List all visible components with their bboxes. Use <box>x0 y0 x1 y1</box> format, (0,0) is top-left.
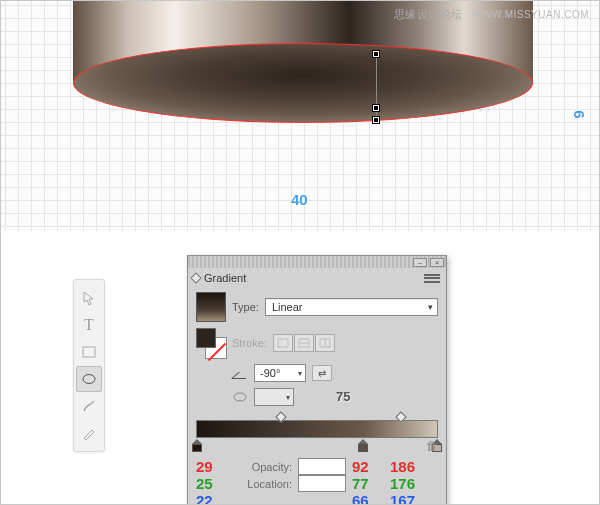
stroke-label: Stroke: <box>232 337 267 349</box>
gradient-panel: – × Gradient Type: Linear ▾ Stroke: <box>187 255 447 505</box>
stop2-g: 77 <box>352 475 384 492</box>
dimension-width-label: 40 <box>291 191 308 208</box>
cylinder-shape[interactable] <box>73 0 533 151</box>
collapse-button[interactable]: – <box>413 258 427 267</box>
panel-titlebar[interactable]: – × <box>188 256 446 268</box>
svg-rect-2 <box>278 339 288 347</box>
anchor-point[interactable] <box>373 51 379 57</box>
reverse-gradient-button[interactable]: ⇄ <box>312 365 332 381</box>
ellipse-tool[interactable] <box>76 366 102 392</box>
angle-input[interactable]: -90° ▾ <box>254 364 306 382</box>
delete-stop-icon[interactable]: 🗑 <box>425 439 439 453</box>
canvas-grid[interactable]: 40 6 思缘设计论坛 WWW.MISSYUAN.COM <box>1 1 600 231</box>
watermark-cn: 思缘设计论坛 <box>394 8 463 20</box>
pencil-tool[interactable] <box>76 420 102 446</box>
opacity-stop[interactable] <box>395 411 406 422</box>
aspect-ratio-annotation: 75 <box>336 389 350 404</box>
gradient-type-select[interactable]: Linear ▾ <box>265 298 438 316</box>
tools-panel: T <box>73 279 105 452</box>
cylinder-bottom-ellipse[interactable] <box>73 43 533 123</box>
dropdown-arrow-icon: ▾ <box>286 393 290 402</box>
opacity-stop[interactable] <box>275 411 286 422</box>
color-stop[interactable] <box>192 439 202 451</box>
dropdown-arrow-icon: ▾ <box>298 369 302 378</box>
stop3-r: 186 <box>390 458 422 475</box>
anchor-point[interactable] <box>373 117 379 123</box>
stop1-b: 22 <box>196 492 224 505</box>
gradient-type-value: Linear <box>272 301 303 313</box>
stroke-along-button[interactable] <box>294 334 314 352</box>
aspect-ratio-icon <box>232 390 248 404</box>
aspect-ratio-input[interactable]: ▾ <box>254 388 294 406</box>
stroke-within-button[interactable] <box>273 334 293 352</box>
location-field[interactable] <box>298 475 346 492</box>
stop2-b: 66 <box>352 492 384 505</box>
stroke-across-button[interactable] <box>315 334 335 352</box>
rectangle-tool[interactable] <box>76 339 102 365</box>
fill-swatch[interactable] <box>196 328 216 348</box>
type-tool[interactable]: T <box>76 312 102 338</box>
panel-menu-icon[interactable] <box>424 273 440 284</box>
close-button[interactable]: × <box>430 258 444 267</box>
control-handle[interactable] <box>373 105 379 111</box>
paintbrush-tool[interactable] <box>76 393 102 419</box>
gradient-ramp[interactable]: 🗑 <box>196 420 438 438</box>
gradient-preview-swatch[interactable] <box>196 292 226 322</box>
opacity-field[interactable] <box>298 458 346 475</box>
dimension-height-label: 6 <box>571 110 588 118</box>
stop3-g: 176 <box>390 475 422 492</box>
stroke-gradient-buttons <box>273 334 335 352</box>
panel-title: Gradient <box>204 272 246 284</box>
svg-rect-0 <box>83 347 95 357</box>
dropdown-arrow-icon: ▾ <box>428 302 433 312</box>
stop2-r: 92 <box>352 458 384 475</box>
location-label: Location: <box>230 478 292 490</box>
angle-value: -90° <box>260 367 280 379</box>
color-stop[interactable] <box>358 439 368 451</box>
panel-toggle-icon[interactable] <box>190 272 201 283</box>
watermark: 思缘设计论坛 WWW.MISSYUAN.COM <box>394 7 589 22</box>
panel-tab-row: Gradient <box>188 268 446 286</box>
opacity-label: Opacity: <box>230 461 292 473</box>
svg-point-1 <box>83 375 95 384</box>
stop1-g: 25 <box>196 475 224 492</box>
type-label: Type: <box>232 301 259 313</box>
stop1-r: 29 <box>196 458 224 475</box>
angle-icon <box>232 367 248 379</box>
watermark-url: WWW.MISSYUAN.COM <box>472 9 589 20</box>
direct-selection-tool[interactable] <box>76 285 102 311</box>
stop3-b: 167 <box>390 492 422 505</box>
svg-point-7 <box>234 393 246 401</box>
fill-stroke-control[interactable] <box>196 328 226 358</box>
